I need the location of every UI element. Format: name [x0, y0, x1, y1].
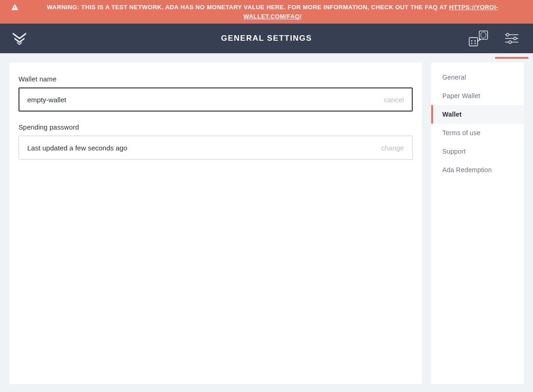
svg-point-8: [506, 33, 509, 36]
settings-sidebar: General Paper Wallet Wallet Terms of use…: [431, 62, 524, 384]
sidebar-item-label: Support: [442, 148, 465, 155]
svg-rect-1: [14, 9, 15, 10]
warning-prefix: WARNING: THIS IS A TEST NETWORK. ADA HAS…: [47, 4, 449, 11]
warning-triangle-icon: [11, 3, 19, 12]
sidebar-item-label: Wallet: [442, 111, 462, 118]
sidebar-item-ada-redemption[interactable]: Ada Redemption: [431, 161, 524, 179]
settings-main-panel: Wallet name cancel Spending password Las…: [9, 62, 422, 384]
test-network-warning-banner: WARNING: THIS IS A TEST NETWORK. ADA HAS…: [0, 0, 533, 24]
sidebar-item-label: Terms of use: [442, 129, 481, 137]
wallet-name-cancel-button[interactable]: cancel: [384, 96, 404, 104]
wallet-name-field-group: Wallet name cancel: [19, 75, 413, 112]
sidebar-item-general[interactable]: General: [431, 68, 524, 87]
svg-point-5: [474, 40, 476, 42]
sidebar-item-label: Ada Redemption: [442, 166, 492, 174]
spending-password-label: Spending password: [19, 124, 413, 131]
sidebar-item-label: General: [442, 74, 466, 81]
sidebar-item-label: Paper Wallet: [442, 92, 480, 100]
svg-point-11: [514, 37, 516, 40]
header-actions: [468, 29, 522, 48]
wallet-name-field-box[interactable]: cancel: [19, 87, 413, 112]
svg-rect-2: [479, 31, 488, 39]
active-nav-indicator: [495, 57, 528, 59]
content-area: Wallet name cancel Spending password Las…: [0, 53, 533, 392]
svg-point-14: [509, 41, 512, 44]
sidebar-item-support[interactable]: Support: [431, 142, 524, 161]
settings-nav-icon[interactable]: [502, 29, 522, 48]
warning-text: WARNING: THIS IS A TEST NETWORK. ADA HAS…: [23, 3, 522, 21]
sidebar-item-paper-wallet[interactable]: Paper Wallet: [431, 87, 524, 105]
top-navigation-bar: GENERAL SETTINGS: [0, 24, 533, 53]
spending-password-field-group: Spending password Last updated a few sec…: [19, 124, 413, 160]
svg-rect-3: [469, 37, 477, 46]
daedalus-transfer-nav-icon[interactable]: [468, 29, 489, 48]
spending-password-change-button[interactable]: change: [381, 144, 404, 152]
page-title: GENERAL SETTINGS: [221, 34, 312, 43]
spending-password-field-box: Last updated a few seconds ago change: [19, 136, 413, 160]
sidebar-item-wallet[interactable]: Wallet: [431, 105, 524, 124]
svg-point-7: [474, 43, 476, 44]
svg-point-6: [471, 43, 472, 44]
yoroi-logo-icon[interactable]: [11, 30, 28, 47]
svg-point-4: [471, 40, 472, 42]
spending-password-status: Last updated a few seconds ago: [27, 144, 376, 152]
wallet-name-label: Wallet name: [19, 75, 413, 83]
wallet-name-input[interactable]: [27, 96, 378, 104]
sidebar-item-terms-of-use[interactable]: Terms of use: [431, 124, 524, 142]
svg-rect-0: [14, 6, 15, 8]
